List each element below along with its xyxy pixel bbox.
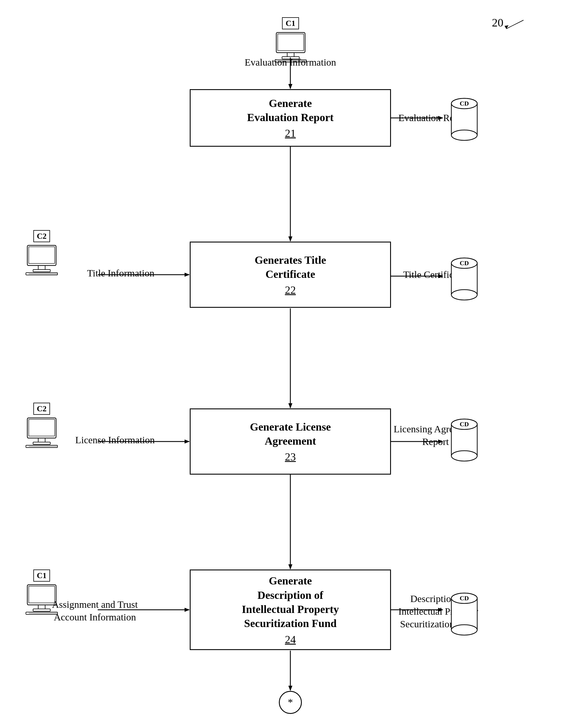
cylinder-title-icon: CD [448, 257, 480, 301]
fund-box-title: GenerateDescription ofIntellectual Prope… [242, 574, 339, 631]
db-fund: CD [448, 593, 480, 637]
eval-box: GenerateEvaluation Report 21 [190, 89, 391, 147]
svg-rect-40 [33, 269, 50, 272]
cylinder-fund-icon: CD [448, 593, 480, 636]
db-eval: CD [448, 98, 480, 142]
terminal-symbol: * [288, 696, 293, 708]
svg-rect-51 [33, 442, 50, 444]
license-box-number: 23 [285, 450, 296, 463]
svg-text:CD: CD [460, 595, 469, 602]
svg-marker-31 [288, 686, 293, 691]
svg-line-0 [506, 20, 524, 29]
computer-c2-title: C2 [23, 230, 60, 276]
db-title: CD [448, 257, 480, 302]
svg-point-67 [451, 625, 477, 635]
svg-point-45 [451, 290, 477, 300]
c2-title-label: C2 [33, 230, 50, 242]
title-info-label: Title Information [63, 267, 178, 280]
title-cert-box: Generates TitleCertificate 22 [190, 242, 391, 308]
db-license: CD [448, 418, 480, 463]
svg-text:CD: CD [460, 420, 469, 428]
c1-top-label: C1 [282, 17, 299, 29]
svg-rect-3 [278, 34, 304, 51]
svg-marker-23 [288, 564, 293, 570]
terminal-circle: * [279, 691, 302, 714]
title-cert-box-title: Generates TitleCertificate [255, 253, 326, 282]
svg-text:CD: CD [460, 100, 469, 107]
svg-marker-27 [185, 608, 190, 612]
svg-marker-15 [185, 273, 190, 277]
assignment-trust-label: Assignment and Trust Account Information [40, 598, 149, 624]
fund-box: GenerateDescription ofIntellectual Prope… [190, 570, 391, 650]
svg-marker-21 [185, 440, 190, 444]
title-cert-box-number: 22 [285, 284, 296, 296]
svg-marker-17 [288, 403, 293, 409]
computer-c2-license-icon [23, 416, 60, 448]
eval-box-number: 21 [285, 127, 296, 139]
svg-rect-49 [29, 419, 55, 436]
svg-rect-2 [276, 32, 305, 53]
diagram: 20 C1 [0, 0, 581, 728]
c2-license-label: C2 [33, 403, 50, 415]
svg-marker-11 [288, 236, 293, 242]
svg-marker-9 [288, 84, 293, 89]
svg-point-34 [451, 130, 477, 140]
eval-box-title: GenerateEvaluation Report [247, 96, 334, 125]
computer-c2-title-icon [23, 244, 60, 276]
license-box-title: Generate LicenseAgreement [250, 420, 331, 448]
c1-bottom-label: C1 [33, 570, 50, 581]
svg-rect-37 [27, 245, 56, 265]
eval-info-label: Evaluation Information [239, 56, 342, 69]
cylinder-license-icon: CD [448, 418, 480, 462]
license-box: Generate LicenseAgreement 23 [190, 409, 391, 475]
svg-point-56 [451, 451, 477, 461]
computer-c2-license: C2 [23, 403, 60, 448]
svg-rect-48 [27, 418, 56, 438]
svg-text:CD: CD [460, 259, 469, 267]
ref-arrow-icon [500, 17, 529, 32]
svg-rect-50 [38, 438, 45, 442]
cylinder-eval-icon: CD [448, 98, 480, 141]
svg-rect-39 [38, 265, 45, 269]
license-info-label: License Information [57, 434, 172, 446]
svg-marker-1 [504, 25, 508, 29]
fund-box-number: 24 [285, 633, 296, 646]
svg-rect-38 [29, 247, 55, 263]
